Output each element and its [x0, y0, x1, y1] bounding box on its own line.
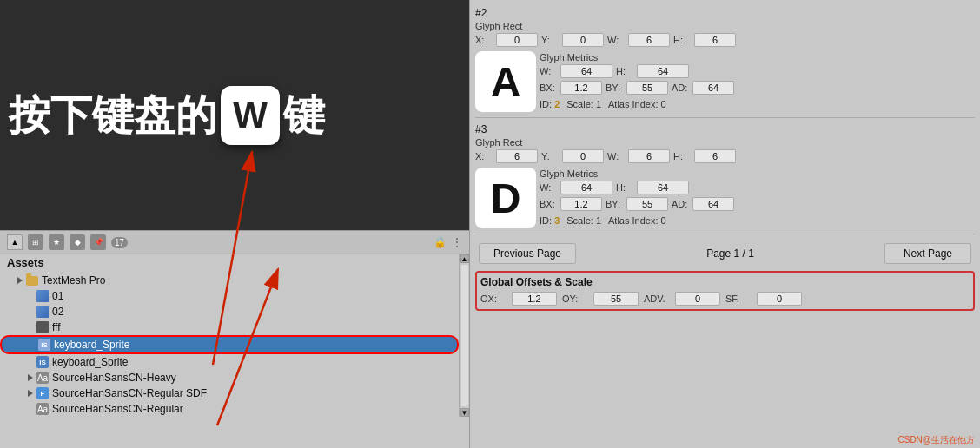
glyph-3-by[interactable] [626, 197, 668, 211]
text-after: 键 [283, 88, 325, 143]
right-panel: #2 Glyph Rect X: Y: W: H: A Glyph Metric… [469, 0, 980, 448]
sf-label: SF. [725, 293, 752, 304]
glyph-3-rect-header: Glyph Rect [475, 137, 975, 148]
glyph-2-rect-header: Glyph Rect [475, 21, 975, 31]
adv-input[interactable] [675, 292, 720, 306]
glyph-2-y[interactable] [562, 33, 604, 47]
left-panel: 按下键盘的 W 键 ▲ ⊞ ★ ◆ 📌 17 🔒 [0, 0, 469, 448]
glyph-3-w[interactable] [628, 149, 670, 163]
glyph-3-id-row: ID: 3 Scale: 1 Atlas Index: 0 [540, 214, 975, 227]
assets-list: Assets TextMesh Pro 01 02 [0, 254, 459, 417]
glyph-3-x[interactable] [496, 149, 538, 163]
glyph-2-ad[interactable] [692, 81, 734, 95]
glyph-3-number: #3 [475, 122, 975, 137]
image-icon [36, 306, 49, 318]
glyph-3-main-row: D Glyph Metrics W: H: BX: BY: [475, 166, 975, 230]
glyph-2-w[interactable] [628, 33, 670, 47]
glyph-entry-3: #3 Glyph Rect X: Y: W: H: D Glyph Metric… [475, 122, 975, 230]
folder-icon [26, 276, 38, 286]
assets-header: Assets [0, 254, 459, 273]
assets-scrollbar[interactable]: ▲ ▼ [459, 254, 469, 417]
glyph-2-bxby-row: BX: BY: AD: [540, 81, 975, 95]
game-view: 按下键盘的 W 键 [0, 0, 469, 230]
toolbar-badge: 17 [111, 237, 128, 248]
asset-fff[interactable]: fff [0, 320, 459, 335]
expand-icon [28, 374, 33, 381]
asset-01[interactable]: 01 [0, 288, 459, 304]
glyph-2-metrics-header: Glyph Metrics [540, 52, 975, 63]
glyph-3-h[interactable] [694, 149, 736, 163]
ox-label: OX: [480, 293, 507, 304]
font-f-icon: F [36, 387, 49, 399]
menu-icon[interactable]: ⋮ [452, 236, 462, 248]
glyph-3-rect-row: X: Y: W: H: [475, 149, 975, 163]
adv-label: ADV. [644, 293, 670, 304]
global-offsets-title: Global Offsets & Scale [480, 276, 970, 288]
prev-page-button[interactable]: Previous Page [479, 243, 576, 264]
icon-layers[interactable]: ⊞ [28, 234, 43, 250]
watermark: CSDN@生活在他方 [470, 432, 980, 448]
page-info: Page 1 / 1 [706, 247, 754, 260]
scroll-up-btn[interactable]: ▲ [7, 234, 23, 250]
asset-keyboard-sprite-selected[interactable]: IS keyboard_Sprite [0, 335, 459, 354]
glyph-2-bx[interactable] [560, 81, 602, 95]
glyph-3-bxby-row: BX: BY: AD: [540, 197, 975, 211]
glyph-2-mh[interactable] [637, 64, 689, 78]
glyph-2-x[interactable] [496, 33, 538, 47]
asset-source-regular[interactable]: Aa SourceHanSansCN-Regular [0, 401, 459, 417]
asset-02[interactable]: 02 [0, 304, 459, 320]
pagination-row: Previous Page Page 1 / 1 Next Page [475, 238, 975, 269]
glyph-entry-2: #2 Glyph Rect X: Y: W: H: A Glyph Metric… [475, 5, 975, 114]
glyph-3-ad[interactable] [692, 197, 734, 211]
glyph-2-mw[interactable] [560, 64, 612, 78]
text-before: 按下键盘的 [9, 88, 217, 143]
glyph-3-bx[interactable] [560, 197, 602, 211]
toolbar-strip: ▲ ⊞ ★ ◆ 📌 17 🔒 ⋮ [0, 230, 469, 254]
lock-icon: 🔒 [434, 236, 447, 248]
image-icon [36, 290, 49, 302]
scrollbar-thumb[interactable] [461, 265, 468, 406]
asset-source-regular-sdf[interactable]: F SourceHanSansCN-Regular SDF [0, 385, 459, 401]
glyph-2-id-row: ID: 2 Scale: 1 Atlas Index: 0 [540, 97, 975, 111]
glyph-2-number: #2 [475, 5, 975, 21]
global-offsets-row: OX: OY: ADV. SF. [480, 292, 970, 306]
key-w-display: W [221, 86, 280, 145]
asset-source-heavy[interactable]: Aa SourceHanSansCN-Heavy [0, 370, 459, 385]
expand-icon [17, 277, 23, 284]
instruction-text: 按下键盘的 W 键 [9, 86, 325, 145]
glyph-2-main-row: A Glyph Metrics W: H: BX: BY: [475, 49, 975, 114]
glyph-3-y[interactable] [562, 149, 604, 163]
glyph-2-by[interactable] [626, 81, 668, 95]
assets-panel-area: ▲ ⊞ ★ ◆ 📌 17 🔒 ⋮ Assets TextMesh Pro [0, 230, 469, 448]
icon-tag[interactable]: ◆ [70, 234, 85, 250]
glyph-2-fields: Glyph Metrics W: H: BX: BY: AD: [540, 52, 975, 111]
glyph-3-metrics-header: Glyph Metrics [540, 168, 975, 179]
sprite-icon: IS [36, 356, 49, 368]
icon-star[interactable]: ★ [49, 234, 64, 250]
font-aa-icon2: Aa [36, 403, 49, 415]
glyph-2-h[interactable] [694, 33, 736, 47]
asset-keyboard-sprite[interactable]: IS keyboard_Sprite [0, 354, 459, 370]
glyph-3-fields: Glyph Metrics W: H: BX: BY: AD: [540, 168, 975, 227]
scrollbar-up[interactable]: ▲ [460, 254, 469, 263]
global-offsets-section: Global Offsets & Scale OX: OY: ADV. SF. [475, 271, 975, 311]
inspector-scroll: #2 Glyph Rect X: Y: W: H: A Glyph Metric… [470, 0, 980, 432]
glyph-2-preview: A [475, 51, 536, 112]
glyph-3-mh[interactable] [637, 181, 689, 194]
divider-2 [475, 234, 975, 234]
font-aa-icon: Aa [36, 372, 49, 384]
ox-input[interactable] [512, 292, 557, 306]
divider-1 [475, 117, 975, 118]
next-page-button[interactable]: Next Page [884, 243, 971, 264]
icon-pin[interactable]: 📌 [90, 234, 106, 250]
assets-section: Assets TextMesh Pro 01 02 [0, 254, 469, 417]
glyph-3-wh-row: W: H: [540, 181, 975, 194]
oy-input[interactable] [593, 292, 639, 306]
sf-input[interactable] [757, 292, 802, 306]
glyph-3-mw[interactable] [560, 181, 612, 194]
expand-icon [28, 390, 33, 397]
glyph-2-rect-row: X: Y: W: H: [475, 33, 975, 47]
asset-textmesh[interactable]: TextMesh Pro [0, 273, 459, 288]
glyph-2-wh-row: W: H: [540, 64, 975, 78]
scrollbar-down[interactable]: ▼ [460, 408, 469, 417]
